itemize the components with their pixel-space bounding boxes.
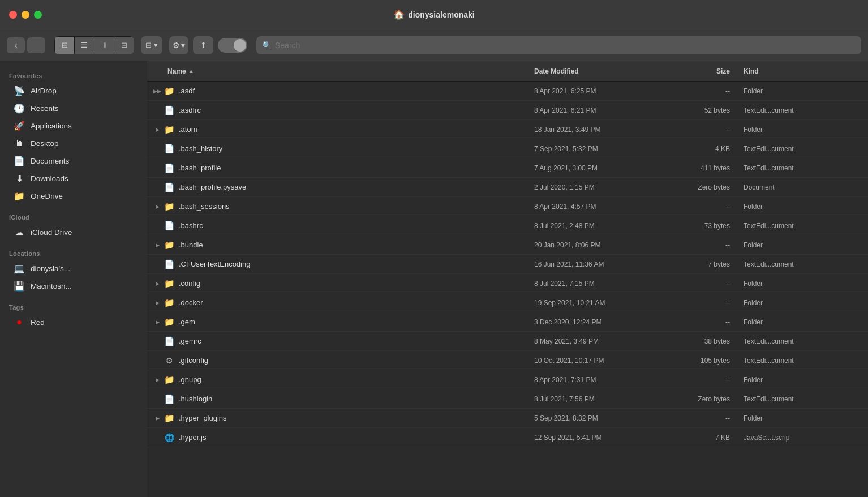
file-icon: 📄 bbox=[163, 143, 175, 155]
sidebar-item-onedrive[interactable]: 📁 OneDrive bbox=[5, 187, 142, 204]
title-text: dionysialemonaki bbox=[408, 10, 474, 19]
group-button[interactable]: ⊟ ▾ bbox=[141, 36, 162, 54]
view-list-button[interactable]: ☰ bbox=[75, 37, 94, 54]
table-row[interactable]: ▶ 📁 .config 8 Jul 2021, 7:15 PM -- Folde… bbox=[147, 274, 868, 293]
expand-arrow[interactable]: ▶ bbox=[152, 413, 163, 424]
expand-arrow bbox=[152, 105, 163, 116]
back-button[interactable]: ‹ bbox=[7, 37, 25, 53]
file-date: 8 Jul 2021, 7:56 PM bbox=[534, 395, 664, 403]
table-row[interactable]: 📄 .CFUserTextEncoding 16 Jun 2021, 11:36… bbox=[147, 255, 868, 274]
file-name: .gitconfig bbox=[179, 356, 534, 365]
file-date: 3 Dec 2020, 12:24 PM bbox=[534, 318, 664, 326]
maximize-button[interactable] bbox=[34, 11, 42, 19]
sidebar-item-downloads[interactable]: ⬇ Downloads bbox=[5, 170, 142, 187]
sidebar-item-macintosh[interactable]: 💾 Macintosh... bbox=[5, 277, 142, 294]
file-date: 8 Apr 2021, 4:57 PM bbox=[534, 203, 664, 211]
table-row[interactable]: ▶ 📁 .gnupg 8 Apr 2021, 7:31 PM -- Folder bbox=[147, 370, 868, 389]
table-row[interactable]: ▶ 📁 .docker 19 Sep 2021, 10:21 AM -- Fol… bbox=[147, 293, 868, 312]
file-icon: 📄 bbox=[163, 220, 175, 232]
toggle-knob bbox=[234, 39, 246, 52]
table-row[interactable]: ▶ 📁 .asdf 8 Apr 2021, 6:25 PM -- Folder bbox=[147, 82, 868, 101]
file-size: -- bbox=[664, 241, 744, 249]
expand-arrow[interactable]: ▶ bbox=[152, 239, 163, 251]
file-name: .bash_profile bbox=[179, 164, 534, 172]
table-row[interactable]: 🌐 .hyper.js 12 Sep 2021, 5:41 PM 7 KB Ja… bbox=[147, 428, 868, 447]
table-row[interactable]: 📄 .bash_profile 7 Aug 2021, 3:00 PM 411 … bbox=[147, 158, 868, 178]
minimize-button[interactable] bbox=[22, 11, 29, 19]
file-date: 8 Apr 2021, 6:21 PM bbox=[534, 106, 664, 114]
file-size: -- bbox=[664, 299, 744, 307]
forward-button[interactable]: › bbox=[27, 37, 45, 53]
expand-arrow[interactable]: ▶ bbox=[152, 201, 163, 212]
applications-icon: 🚀 bbox=[14, 120, 25, 131]
airdrop-icon: 📡 bbox=[14, 85, 25, 96]
col-header-date[interactable]: Date Modified bbox=[534, 67, 664, 75]
table-row[interactable]: 📄 .gemrc 8 May 2021, 3:49 PM 38 bytes Te… bbox=[147, 332, 868, 351]
file-name: .docker bbox=[179, 298, 534, 307]
file-pane: Name ▲ Date Modified Size Kind ▶ 📁 .asdf… bbox=[147, 61, 868, 497]
sidebar-item-applications[interactable]: 🚀 Applications bbox=[5, 117, 142, 134]
view-mode-buttons: ⊞ ☰ ⦀ ⊟ bbox=[54, 36, 134, 54]
table-row[interactable]: ▶ 📁 .hyper_plugins 5 Sep 2021, 8:32 PM -… bbox=[147, 409, 868, 428]
share-button[interactable]: ⬆ bbox=[193, 36, 213, 54]
expand-arrow[interactable]: ▶ bbox=[152, 316, 163, 328]
icloud-icon: ☁ bbox=[14, 226, 25, 238]
search-box[interactable]: 🔍 bbox=[256, 36, 861, 54]
sidebar-item-icloud-drive[interactable]: ☁ iCloud Drive bbox=[5, 224, 142, 241]
file-name: .gnupg bbox=[179, 375, 534, 384]
sidebar-item-documents[interactable]: 📄 Documents bbox=[5, 152, 142, 169]
sidebar-item-airdrop[interactable]: 📡 AirDrop bbox=[5, 82, 142, 99]
file-name: .bash_sessions bbox=[179, 202, 534, 211]
table-row[interactable]: ▶ 📁 .gem 3 Dec 2020, 12:24 PM -- Folder bbox=[147, 312, 868, 332]
gear-icon: ⚙ bbox=[173, 41, 180, 50]
sidebar-item-desktop[interactable]: 🖥 Desktop bbox=[5, 135, 142, 152]
table-row[interactable]: 📄 .bash_profile.pysave 2 Jul 2020, 1:15 … bbox=[147, 178, 868, 197]
table-row[interactable]: ▶ 📁 .atom 18 Jan 2021, 3:49 PM -- Folder bbox=[147, 120, 868, 139]
sidebar-item-recents[interactable]: 🕐 Recents bbox=[5, 100, 142, 117]
expand-arrow bbox=[152, 259, 163, 270]
sidebar-item-label: Desktop bbox=[31, 139, 59, 148]
table-row[interactable]: 📄 .asdfrc 8 Apr 2021, 6:21 PM 52 bytes T… bbox=[147, 101, 868, 120]
table-row[interactable]: 📄 .bashrc 8 Jul 2021, 2:48 PM 73 bytes T… bbox=[147, 216, 868, 235]
file-size: -- bbox=[664, 318, 744, 326]
file-date: 8 Apr 2021, 7:31 PM bbox=[534, 376, 664, 384]
gear-file-icon: ⚙ bbox=[163, 354, 175, 367]
search-input[interactable] bbox=[275, 41, 856, 50]
table-row[interactable]: 📄 .bash_history 7 Sep 2021, 5:32 PM 4 KB… bbox=[147, 139, 868, 158]
nav-buttons: ‹ › bbox=[7, 37, 45, 53]
col-header-size[interactable]: Size bbox=[664, 67, 744, 75]
sidebar-item-label: Documents bbox=[31, 157, 69, 165]
col-header-kind[interactable]: Kind bbox=[744, 67, 868, 75]
sidebar-item-dionysias[interactable]: 💻 dionysia's... bbox=[5, 260, 142, 277]
expand-arrow[interactable]: ▶ bbox=[152, 124, 163, 135]
action-button[interactable]: ⚙ ▾ bbox=[169, 36, 188, 54]
table-row[interactable]: 📄 .hushlogin 8 Jul 2021, 7:56 PM Zero by… bbox=[147, 389, 868, 409]
file-kind: JavaSc...t.scrip bbox=[744, 434, 868, 442]
expand-arrow[interactable]: ▶ bbox=[152, 297, 163, 309]
table-row[interactable]: ⚙ .gitconfig 10 Oct 2021, 10:17 PM 105 b… bbox=[147, 351, 868, 370]
view-columns-button[interactable]: ⦀ bbox=[94, 37, 114, 54]
sidebar-section-icloud: iCloud bbox=[0, 209, 147, 223]
col-header-name[interactable]: Name ▲ bbox=[167, 67, 534, 75]
file-icon: 📄 bbox=[163, 393, 175, 405]
view-gallery-button[interactable]: ⊟ bbox=[114, 37, 134, 54]
file-list: ▶ 📁 .asdf 8 Apr 2021, 6:25 PM -- Folder … bbox=[147, 82, 868, 497]
file-kind: TextEdi...cument bbox=[744, 106, 868, 114]
sidebar-item-tag-red[interactable]: ● Red bbox=[5, 314, 142, 331]
file-name: .CFUserTextEncoding bbox=[179, 260, 534, 268]
close-button[interactable] bbox=[9, 11, 17, 19]
file-date: 12 Sep 2021, 5:41 PM bbox=[534, 434, 664, 442]
sidebar-item-label: Applications bbox=[31, 122, 72, 130]
table-row[interactable]: ▶ 📁 .bundle 20 Jan 2021, 8:06 PM -- Fold… bbox=[147, 235, 868, 255]
expand-arrow[interactable]: ▶ bbox=[152, 85, 163, 97]
expand-arrow bbox=[152, 220, 163, 232]
file-kind: TextEdi...cument bbox=[744, 164, 868, 172]
view-icon-button[interactable]: ⊞ bbox=[55, 37, 74, 54]
expand-arrow[interactable]: ▶ bbox=[152, 374, 163, 385]
toggle-button[interactable] bbox=[218, 38, 247, 53]
expand-arrow bbox=[152, 162, 163, 174]
table-row[interactable]: ▶ 📁 .bash_sessions 8 Apr 2021, 4:57 PM -… bbox=[147, 197, 868, 216]
expand-arrow[interactable]: ▶ bbox=[152, 278, 163, 289]
file-kind: Folder bbox=[744, 241, 868, 249]
file-kind: TextEdi...cument bbox=[744, 222, 868, 230]
